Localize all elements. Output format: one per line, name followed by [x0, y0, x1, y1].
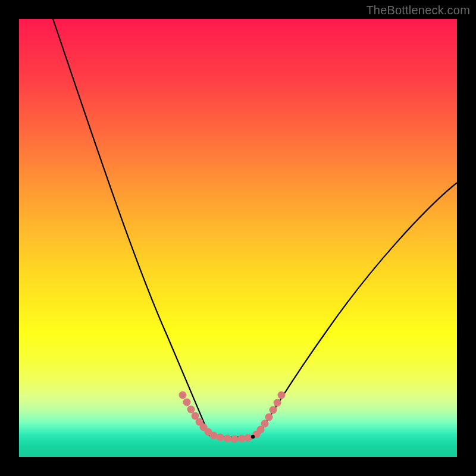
svg-point-0	[179, 392, 187, 399]
svg-point-8	[217, 434, 224, 441]
curve-left	[53, 19, 209, 436]
svg-point-9	[224, 435, 231, 443]
curve-right	[258, 183, 457, 436]
svg-point-1	[183, 399, 191, 406]
svg-point-19	[278, 392, 286, 399]
svg-point-2	[187, 406, 195, 414]
chart-svg	[19, 19, 457, 457]
svg-point-16	[265, 414, 273, 421]
svg-point-10	[231, 436, 239, 443]
svg-point-15	[261, 420, 269, 428]
highlight-dots-left	[179, 392, 252, 443]
valley-marker	[251, 435, 255, 439]
svg-point-18	[274, 399, 281, 407]
svg-point-12	[245, 434, 252, 442]
svg-point-11	[238, 435, 246, 443]
plot-area	[19, 19, 457, 457]
chart-frame: TheBottleneck.com	[0, 0, 476, 476]
watermark-text: TheBottleneck.com	[366, 4, 470, 17]
highlight-dots-right	[253, 392, 286, 439]
svg-point-17	[270, 406, 277, 414]
svg-point-7	[210, 432, 218, 440]
